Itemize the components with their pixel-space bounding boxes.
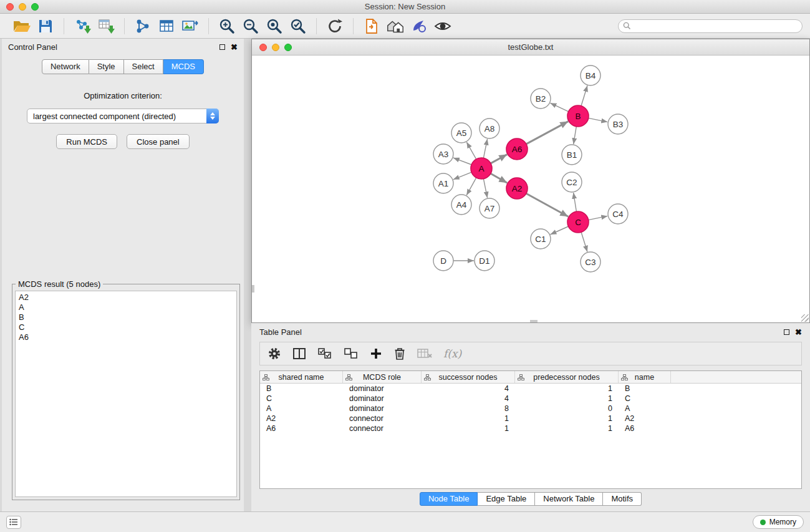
graph-node-B3[interactable]: B3 bbox=[608, 114, 628, 134]
graph-node-A3[interactable]: A3 bbox=[433, 144, 453, 164]
tab-node-table[interactable]: Node Table bbox=[420, 492, 478, 506]
graph-node-A8[interactable]: A8 bbox=[480, 118, 499, 138]
tab-network[interactable]: Network bbox=[42, 59, 89, 74]
tab-network-table[interactable]: Network Table bbox=[535, 492, 603, 506]
mcds-result-list[interactable]: A2ABCA6 bbox=[15, 291, 237, 497]
tab-select[interactable]: Select bbox=[124, 59, 163, 74]
new-network-button[interactable] bbox=[133, 16, 153, 36]
mcds-result-item[interactable]: A2 bbox=[19, 293, 233, 302]
task-history-button[interactable] bbox=[6, 516, 21, 529]
graph-edge-C-C1[interactable] bbox=[551, 226, 569, 235]
network-canvas[interactable]: B4B2BB3A5A8A6A3B1AC2A1A2A4A7C4CC1DD1C3 bbox=[252, 56, 809, 322]
import-network-button[interactable] bbox=[72, 16, 92, 36]
network-canvas-svg[interactable]: B4B2BB3A5A8A6A3B1AC2A1A2A4A7C4CC1DD1C3 bbox=[252, 56, 809, 322]
maximize-network-window-button[interactable] bbox=[284, 44, 292, 51]
graph-edge-A-A1[interactable] bbox=[453, 172, 471, 180]
criterion-dropdown[interactable]: largest connected component (directed) bbox=[27, 109, 219, 123]
table-row[interactable]: A6connector11A6 bbox=[260, 423, 801, 433]
show-hide-details-button[interactable] bbox=[433, 16, 453, 36]
refresh-view-button[interactable] bbox=[325, 16, 345, 36]
memory-button[interactable]: Memory bbox=[753, 515, 804, 529]
import-table-button[interactable] bbox=[96, 16, 116, 36]
mcds-result-item[interactable]: B bbox=[19, 312, 233, 322]
run-mcds-button[interactable]: Run MCDS bbox=[56, 134, 117, 149]
delete-column-button[interactable] bbox=[393, 347, 406, 360]
column-header-MCDS-role[interactable]: MCDS role bbox=[343, 371, 422, 383]
graph-node-C1[interactable]: C1 bbox=[531, 229, 551, 249]
graph-edge-A-A3[interactable] bbox=[453, 158, 471, 165]
float-table-panel-icon[interactable] bbox=[784, 329, 789, 335]
graph-edge-B-B1[interactable] bbox=[574, 127, 577, 144]
graph-edge-C-C4[interactable] bbox=[589, 216, 608, 220]
table-settings-button[interactable] bbox=[268, 347, 281, 360]
tab-motifs[interactable]: Motifs bbox=[603, 492, 642, 506]
maximize-window-button[interactable] bbox=[31, 3, 39, 11]
graph-node-B4[interactable]: B4 bbox=[581, 65, 600, 85]
graph-edge-C-C2[interactable] bbox=[574, 193, 577, 211]
export-image-button[interactable] bbox=[180, 16, 200, 36]
graph-node-B1[interactable]: B1 bbox=[562, 145, 582, 165]
function-builder-button[interactable]: f(x) bbox=[443, 347, 461, 360]
minimize-network-window-button[interactable] bbox=[272, 44, 279, 51]
graph-node-A2[interactable]: A2 bbox=[506, 178, 528, 199]
graph-edge-A-A8[interactable] bbox=[483, 139, 487, 158]
show-columns-button[interactable] bbox=[292, 347, 306, 360]
search-input[interactable] bbox=[634, 22, 798, 31]
graph-edge-C-C3[interactable] bbox=[581, 232, 587, 252]
graph-node-A5[interactable]: A5 bbox=[451, 123, 471, 143]
graph-node-A7[interactable]: A7 bbox=[480, 198, 499, 218]
column-header-successor-nodes[interactable]: successor nodes bbox=[422, 371, 515, 383]
graph-node-A6[interactable]: A6 bbox=[506, 138, 528, 160]
graph-node-C4[interactable]: C4 bbox=[608, 204, 628, 224]
graph-edge-B-B4[interactable] bbox=[581, 85, 587, 106]
column-header-name[interactable]: name bbox=[619, 371, 671, 383]
close-panel-icon[interactable]: ✖ bbox=[231, 43, 238, 51]
mcds-result-item[interactable]: A bbox=[19, 302, 233, 312]
search-box[interactable] bbox=[618, 19, 803, 33]
graph-edge-A-A5[interactable] bbox=[466, 142, 476, 159]
graph-node-D[interactable]: D bbox=[433, 251, 453, 271]
graph-edge-A-A4[interactable] bbox=[466, 178, 476, 195]
style-button[interactable] bbox=[409, 16, 429, 36]
table-row[interactable]: Cdominator41C bbox=[260, 394, 801, 404]
graph-edge-A-A7[interactable] bbox=[483, 179, 487, 198]
tab-style[interactable]: Style bbox=[89, 59, 124, 74]
table-row[interactable]: Bdominator41B bbox=[260, 384, 801, 394]
mcds-result-item[interactable]: A6 bbox=[19, 332, 233, 342]
graph-edge-B-B2[interactable] bbox=[550, 103, 568, 112]
graph-node-D1[interactable]: D1 bbox=[475, 251, 494, 271]
open-session-button[interactable] bbox=[12, 16, 32, 36]
graph-node-C[interactable]: C bbox=[567, 211, 589, 233]
close-panel-button[interactable]: Close panel bbox=[127, 134, 190, 149]
tab-edge-table[interactable]: Edge Table bbox=[478, 492, 535, 506]
graph-node-B2[interactable]: B2 bbox=[531, 89, 551, 109]
graph-edge-A6-B[interactable] bbox=[526, 122, 568, 144]
minimize-window-button[interactable] bbox=[19, 3, 26, 11]
graph-edge-A-A6[interactable] bbox=[491, 155, 507, 163]
table-row[interactable]: Adominator80A bbox=[260, 404, 801, 414]
close-window-button[interactable] bbox=[6, 3, 14, 11]
home-button[interactable] bbox=[385, 16, 405, 36]
close-network-window-button[interactable] bbox=[259, 44, 267, 51]
graph-node-A4[interactable]: A4 bbox=[451, 195, 471, 215]
tab-mcds[interactable]: MCDS bbox=[163, 59, 204, 74]
save-session-button[interactable] bbox=[36, 16, 55, 36]
graph-node-A1[interactable]: A1 bbox=[433, 173, 453, 193]
graph-node-B[interactable]: B bbox=[567, 105, 589, 127]
new-table-button[interactable] bbox=[157, 16, 176, 36]
select-all-button[interactable] bbox=[317, 347, 332, 360]
zoom-in-button[interactable] bbox=[217, 16, 237, 36]
graph-edge-A2-C[interactable] bbox=[526, 193, 568, 216]
close-table-panel-icon[interactable]: ✖ bbox=[795, 328, 802, 336]
graph-edge-B-B3[interactable] bbox=[589, 118, 608, 122]
mcds-result-item[interactable]: C bbox=[19, 322, 233, 332]
add-column-button[interactable] bbox=[370, 347, 382, 360]
zoom-selected-button[interactable] bbox=[288, 16, 308, 36]
graph-edge-A-A2[interactable] bbox=[491, 173, 508, 183]
zoom-out-button[interactable] bbox=[241, 16, 261, 36]
open-snapshot-button[interactable] bbox=[362, 16, 382, 36]
column-header-shared-name[interactable]: shared name bbox=[260, 371, 343, 383]
graph-node-A[interactable]: A bbox=[471, 158, 492, 179]
resize-grip[interactable] bbox=[801, 314, 809, 322]
table-row[interactable]: A2connector11A2 bbox=[260, 414, 801, 423]
